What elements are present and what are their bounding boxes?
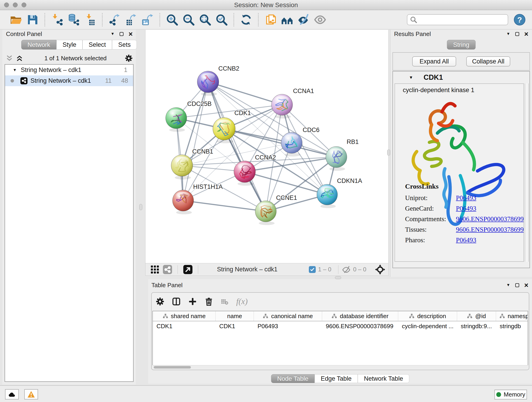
show-all-networks-button[interactable] bbox=[281, 13, 293, 26]
show-hidden-button[interactable] bbox=[314, 13, 326, 26]
expand-all-networks-icon[interactable] bbox=[6, 55, 13, 62]
network-row-selected[interactable]: String Network – cdk1 11 48 bbox=[5, 75, 133, 86]
delete-column-trash-icon[interactable] bbox=[205, 297, 213, 306]
tab-style[interactable]: Style bbox=[56, 40, 82, 50]
panel-menu-icon[interactable]: ▼ bbox=[506, 32, 510, 36]
network-node-RB1[interactable] bbox=[326, 147, 347, 171]
network-node-CCNB1[interactable] bbox=[171, 155, 193, 179]
panel-float-icon[interactable] bbox=[515, 283, 519, 287]
hide-selected-button[interactable] bbox=[298, 13, 310, 26]
left-splitter-handle[interactable] bbox=[139, 204, 142, 210]
crosslink-link[interactable]: 9606.ENSP00000378699 bbox=[456, 226, 524, 233]
search-field[interactable] bbox=[407, 14, 508, 25]
cell-namespace[interactable]: stringdb bbox=[496, 321, 528, 331]
show-network-grid-button[interactable] bbox=[151, 265, 159, 274]
warnings-button[interactable] bbox=[24, 389, 38, 400]
bottom-splitter-handle[interactable] bbox=[335, 276, 341, 279]
selected-items-checkbox-icon[interactable] bbox=[309, 266, 316, 273]
tab-node-table[interactable]: Node Table bbox=[271, 374, 315, 383]
tab-string-results[interactable]: String bbox=[447, 40, 476, 50]
column-header-shared-name[interactable]: shared name bbox=[153, 311, 215, 321]
collapse-all-networks-icon[interactable] bbox=[16, 55, 23, 62]
panel-menu-icon[interactable]: ▼ bbox=[111, 32, 114, 36]
tab-network[interactable]: Network bbox=[21, 40, 56, 50]
panel-close-icon[interactable]: × bbox=[128, 31, 133, 38]
column-header-canonical-name[interactable]: canonical name bbox=[254, 311, 322, 321]
crosslink-link[interactable]: P06493 bbox=[456, 205, 476, 212]
tab-sets[interactable]: Sets bbox=[112, 40, 137, 50]
scrollbar-thumb[interactable] bbox=[154, 366, 191, 369]
expand-all-button[interactable]: Expand All bbox=[412, 56, 456, 66]
panel-close-icon[interactable]: × bbox=[524, 282, 528, 289]
cell-canonical-name[interactable]: P06493 bbox=[254, 321, 322, 331]
column-header-description[interactable]: description bbox=[398, 311, 457, 321]
export-image-button[interactable] bbox=[141, 13, 154, 26]
cell-database-identifier[interactable]: 9606.ENSP00000378699 bbox=[322, 321, 398, 331]
cloud-status-button[interactable] bbox=[5, 389, 19, 400]
network-node-CCNE1[interactable] bbox=[255, 201, 276, 225]
show-columns-icon[interactable] bbox=[172, 297, 181, 306]
cell-id[interactable]: stringdb:9... bbox=[457, 321, 496, 331]
cell-name[interactable]: CDK1 bbox=[215, 321, 254, 331]
clone-network-button[interactable] bbox=[264, 13, 277, 26]
collection-expander-icon[interactable]: ▼ bbox=[13, 68, 17, 72]
column-header-id[interactable]: @id bbox=[457, 311, 496, 321]
tab-network-table[interactable]: Network Table bbox=[358, 374, 409, 383]
open-session-button[interactable] bbox=[10, 13, 22, 26]
network-view-canvas[interactable]: CCNB2CCNA1CDC25BCDK1CDC6RB1CCNB1CCNA2CDK… bbox=[145, 30, 389, 263]
zoom-selected-button[interactable] bbox=[215, 13, 228, 26]
refresh-view-button[interactable] bbox=[240, 13, 252, 26]
zoom-fit-button[interactable] bbox=[199, 13, 211, 26]
gene-name: CDK1 bbox=[424, 73, 443, 82]
panel-float-icon[interactable] bbox=[120, 32, 123, 36]
help-button[interactable]: ? bbox=[514, 14, 526, 26]
column-header-database-identifier[interactable]: database identifier bbox=[322, 311, 398, 321]
detach-view-button[interactable] bbox=[183, 265, 192, 274]
network-node-CCNB2[interactable] bbox=[197, 71, 219, 96]
network-node-CCNA2[interactable] bbox=[234, 161, 255, 186]
crosslink-link[interactable]: P06493 bbox=[456, 236, 476, 244]
import-table-button[interactable] bbox=[84, 13, 96, 26]
create-column-plus-icon[interactable] bbox=[188, 297, 197, 306]
crosslink-link[interactable]: P06493 bbox=[456, 194, 476, 202]
table-row[interactable]: CDK1 CDK1 P06493 9606.ENSP00000378699 cy… bbox=[153, 321, 528, 331]
network-badge-button[interactable] bbox=[163, 265, 172, 274]
network-collection-row[interactable]: ▼ String Network – cdk1 1 bbox=[5, 65, 133, 75]
network-node-CCNA1[interactable] bbox=[272, 94, 293, 119]
export-table-button[interactable] bbox=[125, 13, 137, 26]
collapse-all-button[interactable]: Collapse All bbox=[466, 56, 510, 66]
panel-float-icon[interactable] bbox=[515, 32, 519, 36]
tab-edge-table[interactable]: Edge Table bbox=[315, 374, 358, 383]
network-edge-CCNB2-CCNE1[interactable] bbox=[208, 82, 266, 211]
export-network-button[interactable] bbox=[108, 13, 121, 26]
network-node-HIST1H1A[interactable] bbox=[172, 190, 194, 214]
zoom-in-button[interactable] bbox=[166, 13, 178, 26]
network-edge-CCNB2-CCNA1[interactable] bbox=[208, 82, 282, 105]
table-horizontal-scrollbar[interactable] bbox=[152, 365, 528, 369]
network-edge-HIST1H1A-CCNE1[interactable] bbox=[183, 201, 266, 211]
tab-select[interactable]: Select bbox=[82, 40, 112, 50]
gene-expander-icon[interactable]: ▼ bbox=[409, 75, 413, 80]
column-header-name[interactable]: name bbox=[215, 311, 254, 321]
hidden-items-eye-icon[interactable] bbox=[342, 265, 351, 274]
import-network-from-database-button[interactable] bbox=[67, 13, 80, 26]
results-scrollbar[interactable] bbox=[525, 83, 529, 262]
search-input[interactable] bbox=[419, 16, 505, 23]
table-options-gear-icon[interactable] bbox=[156, 297, 164, 306]
network-node-CDKN1A[interactable] bbox=[317, 184, 337, 208]
cell-shared-name[interactable]: CDK1 bbox=[153, 321, 215, 331]
import-network-button[interactable] bbox=[51, 13, 63, 26]
panel-close-icon[interactable]: × bbox=[524, 31, 528, 38]
crosslink-link[interactable]: 9606.ENSP00000378699 bbox=[456, 215, 524, 223]
right-splitter-handle[interactable] bbox=[387, 149, 390, 156]
column-header-namespace[interactable]: namespace bbox=[496, 311, 528, 321]
network-options-gear-icon[interactable] bbox=[125, 54, 133, 62]
birdseye-navigator-icon[interactable] bbox=[375, 264, 385, 274]
network-edge-CCNB2-HIST1H1A[interactable] bbox=[183, 82, 208, 201]
network-node-CDC25B[interactable] bbox=[166, 108, 187, 132]
zoom-out-button[interactable] bbox=[182, 13, 195, 26]
save-session-button[interactable] bbox=[26, 13, 39, 26]
cell-description[interactable]: cyclin-dependent ... bbox=[398, 321, 457, 331]
memory-button[interactable]: Memory bbox=[494, 390, 527, 400]
panel-menu-icon[interactable]: ▼ bbox=[506, 283, 510, 287]
